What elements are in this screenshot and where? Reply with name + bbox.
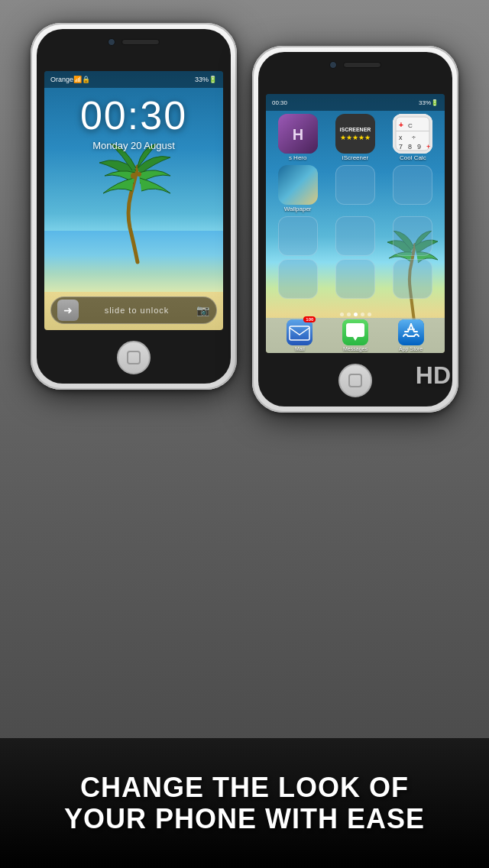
svg-text:9: 9 — [417, 143, 421, 151]
app-icon-wallpaper[interactable] — [278, 165, 318, 205]
lock-time-display: 00:30 Monday 20 August — [44, 92, 223, 151]
app-icon-empty2 — [393, 165, 432, 205]
lock-time: 00:30 — [44, 92, 223, 138]
dot-3 — [354, 313, 358, 316]
app-cell-hero: H s Hero — [276, 114, 320, 162]
app-label-wallpaper: Wallpaper — [284, 206, 312, 213]
app-cell-empty2 — [390, 165, 435, 213]
dot-4 — [361, 313, 364, 316]
dock-icon-messages[interactable] — [342, 319, 368, 345]
app-cell-coolcalc: + C x ÷ 7 8 9 + — [390, 114, 435, 162]
home-screen: 00:30 33% 🔋 — [266, 94, 445, 353]
dock-label-mail: Mail — [295, 346, 305, 351]
svg-point-0 — [131, 173, 137, 179]
app-label-coolcalc: Cool Calc — [400, 155, 426, 162]
app-cell-iscreener: iSCREENER ★★★★★ iScreener — [333, 114, 377, 162]
app-icon-empty4 — [335, 216, 375, 256]
dock: 100 Mail — [266, 318, 445, 353]
camera-left — [108, 38, 115, 46]
wallpaper-inner — [278, 165, 318, 205]
battery-icon-home: 🔋 — [431, 99, 439, 106]
svg-text:8: 8 — [408, 143, 412, 151]
app-cell-empty3 — [276, 216, 320, 256]
app-icon-empty8 — [393, 259, 432, 299]
dot-5 — [368, 313, 371, 316]
app-cell-empty8 — [390, 259, 435, 299]
app-icon-iscreener[interactable]: iSCREENER ★★★★★ — [335, 114, 375, 154]
home-button-inner-right — [348, 374, 362, 387]
wifi-icon: 📶 — [73, 76, 82, 83]
phone-left-inner: Orange 📶 🔒 33% 🔋 00:30 Monday 20 August — [37, 29, 231, 384]
speaker-left — [121, 39, 160, 45]
app-grid: H s Hero iSCREENER — [269, 114, 442, 318]
app-cell-empty6 — [276, 259, 320, 299]
status-bar-lock: Orange 📶 🔒 33% 🔋 — [44, 71, 223, 88]
stars-display: ★★★★★ — [340, 134, 371, 141]
dock-icon-mail[interactable] — [287, 319, 313, 345]
app-cell-wallpaper: Wallpaper — [276, 165, 320, 213]
app-label-iscreener: iScreener — [342, 155, 368, 162]
dock-label-messages: Messages — [343, 346, 368, 351]
home-button-left[interactable] — [117, 341, 151, 374]
dock-item-appstore: App Store — [398, 319, 424, 351]
app-cell-empty4 — [333, 216, 377, 256]
home-battery: 33% — [419, 99, 431, 106]
camera-icon: 📷 — [195, 303, 210, 318]
home-screen-content: 00:30 33% 🔋 — [266, 94, 445, 353]
svg-text:C: C — [408, 122, 413, 129]
banner-line1: CHANGE THE LOOK OF — [80, 772, 409, 803]
app-cell-empty1 — [333, 165, 377, 213]
home-button-right[interactable] — [338, 364, 372, 397]
app-cell-empty5 — [390, 216, 435, 256]
svg-text:÷: ÷ — [412, 134, 416, 141]
hero-icon-inner: H — [278, 114, 318, 154]
page-dots — [266, 313, 445, 316]
app-cell-empty7 — [333, 259, 377, 299]
mail-badge: 100 — [303, 316, 316, 322]
coolcalc-inner: + C x ÷ 7 8 9 + — [393, 114, 432, 154]
slide-arrow-icon: ➜ — [57, 300, 79, 321]
svg-rect-8 — [396, 131, 429, 131]
app-icon-hero[interactable]: H — [278, 114, 318, 154]
svg-text:H: H — [292, 126, 303, 143]
phone-right: 00:30 33% 🔋 — [252, 46, 458, 413]
battery-icon-lock: 🔋 — [209, 76, 217, 83]
lock-icon: 🔒 — [82, 76, 90, 83]
svg-point-1 — [137, 172, 141, 177]
status-bar-home: 00:30 33% 🔋 — [266, 94, 445, 111]
app-icon-empty3 — [278, 216, 318, 256]
lock-screen-content: Orange 📶 🔒 33% 🔋 00:30 Monday 20 August — [44, 71, 223, 330]
app-icon-empty5 — [393, 216, 432, 256]
hd-badge: HD — [416, 361, 451, 390]
slide-to-unlock-bar[interactable]: ➜ slide to unlock 📷 — [50, 296, 217, 324]
app-icon-empty6 — [278, 259, 318, 299]
slide-text: slide to unlock — [79, 306, 195, 315]
svg-rect-15 — [287, 319, 313, 345]
dock-item-mail: 100 Mail — [287, 319, 313, 351]
svg-text:7: 7 — [399, 143, 403, 151]
phone-right-top — [329, 61, 381, 69]
dock-label-appstore: App Store — [399, 346, 423, 351]
app-row-3 — [269, 216, 442, 256]
camera-right — [329, 61, 337, 69]
phone-left-top — [108, 38, 160, 46]
app-icon-empty7 — [335, 259, 375, 299]
banner-line2: YOUR PHONE WITH EASE — [64, 803, 425, 834]
phone-left: Orange 📶 🔒 33% 🔋 00:30 Monday 20 August — [31, 23, 237, 390]
bottom-banner: CHANGE THE LOOK OF YOUR PHONE WITH EASE — [0, 738, 489, 868]
app-icon-coolcalc[interactable]: + C x ÷ 7 8 9 + — [393, 114, 432, 154]
home-button-inner-left — [127, 351, 141, 364]
app-label-hero: s Hero — [289, 155, 307, 162]
dock-icon-appstore[interactable] — [398, 319, 424, 345]
lock-screen: Orange 📶 🔒 33% 🔋 00:30 Monday 20 August — [44, 71, 223, 330]
dot-2 — [347, 313, 351, 316]
dot-1 — [340, 313, 344, 316]
lock-date: Monday 20 August — [44, 140, 223, 151]
svg-text:+: + — [426, 143, 430, 151]
battery-lock: 33% — [195, 76, 209, 83]
app-icon-empty1 — [335, 165, 375, 205]
home-time: 00:30 — [272, 99, 287, 106]
app-row-4 — [269, 259, 442, 299]
banner-text: CHANGE THE LOOK OF YOUR PHONE WITH EASE — [64, 772, 425, 835]
phones-container: Orange 📶 🔒 33% 🔋 00:30 Monday 20 August — [0, 0, 489, 738]
